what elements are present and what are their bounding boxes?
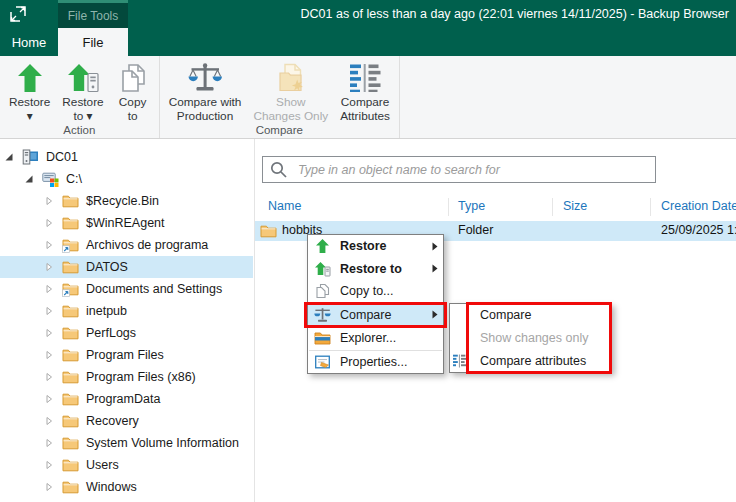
m-properties-icon	[314, 354, 334, 370]
tree-item-winreagent[interactable]: $WinREAgent	[0, 212, 253, 234]
attrs-icon	[348, 61, 382, 94]
submenu-item-compare-attributes[interactable]: Compare attributes	[450, 350, 611, 373]
tree-item-c[interactable]: C:\	[0, 168, 253, 190]
tree-item-archivos-de-programa[interactable]: Archivos de programa	[0, 234, 253, 256]
tree-item-label: inetpub	[86, 304, 127, 318]
tree-item-perflogs[interactable]: PerfLogs	[0, 322, 253, 344]
expand-toggle-icon[interactable]	[44, 460, 62, 470]
expand-toggle-icon[interactable]	[44, 284, 62, 294]
submenu-arrow-icon	[432, 242, 438, 251]
expand-toggle-icon[interactable]	[44, 328, 62, 338]
window-title: DC01 as of less than a day ago (22:01 vi…	[301, 0, 730, 28]
tab-home[interactable]: Home	[0, 28, 58, 56]
folder-icon	[62, 325, 81, 341]
drive-icon	[42, 171, 61, 187]
expand-toggle-icon[interactable]	[44, 438, 62, 448]
tree-item-label: Program Files (x86)	[86, 370, 196, 384]
tree-item-windows[interactable]: Windows	[0, 476, 253, 498]
folder-tree: DC01C:\$Recycle.Bin$WinREAgentArchivos d…	[0, 146, 253, 498]
menu-item-label: Copy to...	[340, 284, 440, 298]
table-header: NameTypeSizeCreation Date	[255, 196, 736, 219]
m-explorer-icon	[314, 330, 334, 346]
column-header-size[interactable]: Size	[563, 199, 587, 213]
tree-item-recycle-bin[interactable]: $Recycle.Bin	[0, 190, 253, 212]
m-attrs-icon	[452, 353, 467, 368]
menu-item-compare[interactable]: Compare	[308, 304, 443, 327]
folder-icon	[62, 435, 81, 451]
submenu-item-compare[interactable]: Compare	[450, 304, 611, 327]
menu-item-properties[interactable]: Properties...	[308, 351, 443, 374]
submenu-item-label: Compare	[480, 308, 531, 322]
tree-item-label: Recovery	[86, 414, 139, 428]
tree-item-inetpub[interactable]: inetpub	[0, 300, 253, 322]
search-input[interactable]	[296, 162, 648, 178]
tree-item-label: $WinREAgent	[86, 216, 165, 230]
tree-item-programdata[interactable]: ProgramData	[0, 388, 253, 410]
ribbon-group-action: Restore▾Restoreto ▾CopytoAction	[0, 56, 160, 138]
expand-toggle-icon[interactable]	[44, 262, 62, 272]
collapse-toggle-icon[interactable]	[4, 152, 22, 162]
folder-icon	[62, 215, 81, 231]
menu-item-explorer[interactable]: Explorer...	[308, 327, 443, 350]
expand-toggle-icon[interactable]	[44, 416, 62, 426]
tree-item-users[interactable]: Users	[0, 454, 253, 476]
folder-icon	[62, 347, 81, 363]
m-restore-to-icon	[314, 261, 334, 277]
folder-icon	[62, 369, 81, 385]
column-header-name[interactable]: Name	[268, 199, 301, 213]
tree-item-datos[interactable]: DATOS	[0, 256, 253, 278]
cell-type: Folder	[458, 223, 493, 237]
folder-icon	[62, 259, 81, 275]
contextual-tab-file-tools: File Tools	[58, 0, 128, 28]
restore-button[interactable]: Restore▾	[3, 56, 56, 124]
expand-toggle-icon[interactable]	[44, 306, 62, 316]
expand-toggle-icon[interactable]	[44, 372, 62, 382]
search-box[interactable]	[262, 156, 656, 183]
folder-icon	[62, 391, 81, 407]
compare-attributes-button[interactable]: CompareAttributes	[334, 56, 396, 124]
tree-item-label: Archivos de programa	[86, 238, 208, 252]
cell-creation-date: 25/09/2025 1:36	[661, 223, 736, 237]
tree-item-program-files-x86[interactable]: Program Files (x86)	[0, 366, 253, 388]
folder-icon	[62, 193, 81, 209]
folder-icon	[62, 413, 81, 429]
tree-item-system-volume-information[interactable]: System Volume Information	[0, 432, 253, 454]
collapse-toggle-icon[interactable]	[24, 174, 42, 184]
restore-to-button[interactable]: Restoreto ▾	[56, 56, 109, 124]
backup-browser-app-icon	[8, 4, 28, 24]
menu-item-copy-to[interactable]: Copy to...	[308, 280, 443, 303]
expand-toggle-icon[interactable]	[44, 218, 62, 228]
submenu-item-show-changes-only: Show changes only	[450, 327, 611, 350]
tree-item-label: DC01	[46, 150, 78, 164]
column-header-type[interactable]: Type	[458, 199, 485, 213]
tree-item-recovery[interactable]: Recovery	[0, 410, 253, 432]
expand-toggle-icon[interactable]	[44, 482, 62, 492]
tree-item-program-files[interactable]: Program Files	[0, 344, 253, 366]
m-copy-icon	[314, 283, 334, 299]
copy-to-button[interactable]: Copyto	[110, 56, 156, 124]
submenu-item-label: Show changes only	[480, 331, 588, 345]
menu-item-restore[interactable]: Restore	[308, 235, 443, 258]
folder-icon	[62, 303, 81, 319]
tab-file[interactable]: File	[58, 28, 128, 56]
column-header-creation-date[interactable]: Creation Date	[661, 199, 736, 213]
context-menu: RestoreRestore toCopy to...CompareExplor…	[307, 234, 444, 374]
folder-icon	[62, 479, 81, 495]
expand-toggle-icon[interactable]	[44, 350, 62, 360]
folder-link-icon	[62, 237, 81, 253]
tree-item-documents-and-settings[interactable]: Documents and Settings	[0, 278, 253, 300]
compare-submenu: CompareShow changes onlyCompare attribut…	[449, 303, 612, 373]
menu-item-label: Restore to	[340, 262, 432, 276]
scales-icon	[188, 61, 222, 94]
expand-toggle-icon[interactable]	[44, 240, 62, 250]
ribbon-group-compare: Compare withProductionShowChanges OnlyCo…	[160, 56, 400, 138]
folder-icon	[260, 223, 277, 242]
column-separator	[650, 198, 651, 216]
compare-with-production-button[interactable]: Compare withProduction	[163, 56, 248, 124]
tree-item-dc01[interactable]: DC01	[0, 146, 253, 168]
tree-item-label: System Volume Information	[86, 436, 239, 450]
expand-toggle-icon[interactable]	[44, 196, 62, 206]
expand-toggle-icon[interactable]	[44, 394, 62, 404]
menu-item-restore-to[interactable]: Restore to	[308, 258, 443, 281]
ribbon: Restore▾Restoreto ▾CopytoActionCompare w…	[0, 56, 736, 139]
